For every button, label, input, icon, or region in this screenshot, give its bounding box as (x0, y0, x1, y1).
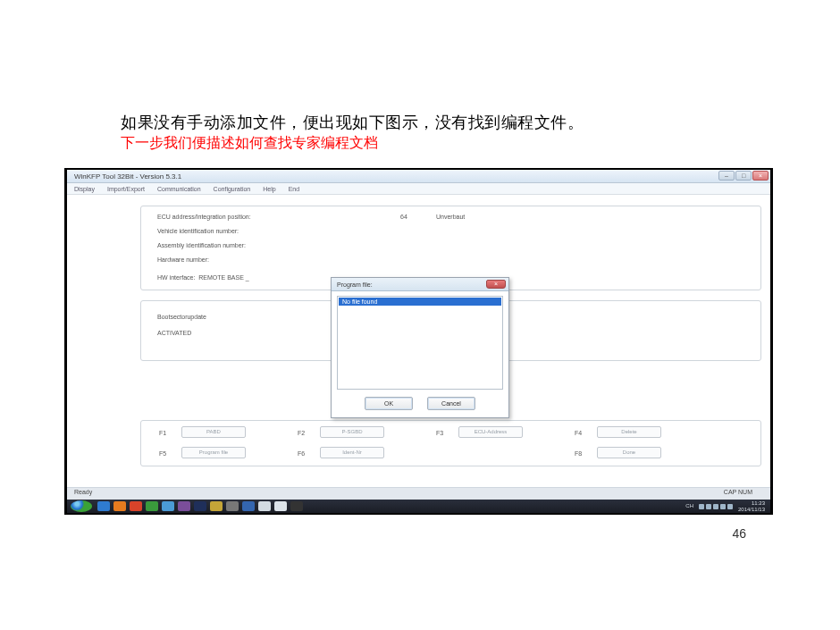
ecu-address-value-a: 64 (400, 214, 407, 220)
f8-button[interactable]: Done (597, 447, 661, 458)
caption-primary: 如果没有手动添加文件，便出现如下图示，没有找到编程文件。 (121, 112, 584, 133)
hw-interface-value: REMOTE BASE _ (198, 274, 248, 281)
program-file-dialog: Program file: × No file found OK Cancel (331, 277, 509, 418)
menu-import-export[interactable]: Import/Export (107, 186, 145, 192)
system-tray[interactable]: CH 11:23 2014/11/13 (685, 500, 770, 513)
menu-bar: Display Import/Export Communication Conf… (67, 183, 770, 195)
tray-indicator-icons (699, 504, 733, 509)
task-bar[interactable]: CH 11:23 2014/11/13 (67, 500, 770, 513)
status-caps-num: CAP NUM (724, 489, 752, 495)
taskbar-app-icon-10[interactable] (274, 501, 287, 511)
window-controls: – □ × (718, 171, 769, 181)
f4-button[interactable]: Delete (597, 426, 661, 438)
taskbar-app-icon-4[interactable] (178, 501, 190, 511)
tray-icon[interactable] (727, 504, 733, 509)
menu-configuration[interactable]: Configuration (214, 186, 251, 192)
taskbar-app-icon-3[interactable] (162, 501, 174, 511)
f5-label: F5 (159, 450, 166, 457)
tray-date: 2014/11/13 (738, 507, 765, 513)
bootsector-label: Bootsectorupdate (157, 314, 206, 320)
cancel-button[interactable]: Cancel (427, 397, 475, 410)
desktop-area: WinKFP Tool 32Bit - Version 5.3.1 – □ × … (67, 170, 770, 500)
f1-label: F1 (159, 430, 166, 436)
taskbar-app-icon-11[interactable] (290, 501, 303, 511)
f3-button[interactable]: ECU-Address (458, 426, 523, 438)
taskbar-app-icon-5[interactable] (194, 501, 206, 511)
ecu-address-label: ECU address/Integration position: (157, 214, 251, 220)
menu-communication[interactable]: Communication (157, 186, 201, 192)
menu-help[interactable]: Help (263, 186, 275, 192)
taskbar-app-icon-6[interactable] (210, 501, 223, 511)
tray-icon[interactable] (713, 504, 718, 509)
dialog-title-bar[interactable]: Program file: × (332, 278, 508, 291)
f2-label: F2 (298, 430, 305, 436)
dialog-body: No file found OK Cancel (332, 291, 508, 417)
close-button[interactable]: × (752, 171, 769, 181)
taskbar-explorer-icon[interactable] (113, 501, 126, 511)
dialog-buttons: OK Cancel (337, 397, 503, 410)
f6-button[interactable]: Ident-Nr (320, 447, 384, 458)
f1-button[interactable]: PABD (181, 426, 246, 438)
page-number: 46 (732, 526, 746, 541)
taskbar-app-icon-2[interactable] (146, 501, 158, 511)
tray-language[interactable]: CH (685, 503, 693, 509)
f2-button[interactable]: P-SGBD (320, 426, 384, 438)
hardware-number-label: Hardware number: (157, 256, 209, 263)
f3-label: F3 (436, 430, 443, 436)
tray-icon[interactable] (699, 504, 704, 509)
taskbar-ie-icon[interactable] (97, 501, 110, 511)
tray-time: 11:23 (738, 500, 765, 507)
dialog-close-button[interactable]: × (486, 280, 506, 289)
f6-label: F6 (298, 450, 305, 457)
f4-label: F4 (575, 430, 582, 436)
app-window: WinKFP Tool 32Bit - Version 5.3.1 – □ × … (67, 170, 770, 500)
start-button[interactable] (71, 500, 92, 512)
tray-icon[interactable] (706, 504, 711, 509)
menu-end[interactable]: End (289, 186, 299, 192)
f5-button[interactable]: Program file (181, 447, 246, 458)
minimize-button[interactable]: – (718, 171, 735, 181)
assembly-id-label: Assembly identification number: (157, 242, 246, 248)
file-list-selected[interactable]: No file found (339, 298, 501, 306)
vin-label: Vehicle identification number: (157, 228, 239, 234)
maximize-button[interactable]: □ (735, 171, 752, 181)
file-listbox[interactable]: No file found (337, 296, 503, 390)
fkey-panel: F1 PABD F2 P-SGBD F3 ECU-Address F4 Dele… (140, 420, 761, 466)
caption-secondary: 下一步我们便描述如何查找专家编程文档 (121, 134, 378, 153)
title-bar[interactable]: WinKFP Tool 32Bit - Version 5.3.1 – □ × (67, 170, 770, 183)
ok-button[interactable]: OK (365, 397, 413, 410)
bootsector-status: ACTIVATED (157, 330, 191, 336)
taskbar-app-icon-8[interactable] (242, 501, 255, 511)
tray-icon[interactable] (720, 504, 726, 509)
status-bar: Ready CAP NUM (67, 487, 770, 500)
status-text: Ready (74, 489, 92, 495)
f8-label: F8 (575, 450, 582, 457)
taskbar-app-icon-7[interactable] (226, 501, 239, 511)
document-page: 如果没有手动添加文件，便出现如下图示，没有找到编程文件。 下一步我们便描述如何查… (0, 0, 840, 630)
taskbar-app-icon-9[interactable] (258, 501, 271, 511)
screenshot-frame: WinKFP Tool 32Bit - Version 5.3.1 – □ × … (64, 168, 773, 515)
dialog-title: Program file: (337, 281, 373, 288)
tray-clock[interactable]: 11:23 2014/11/13 (738, 500, 765, 513)
ecu-address-value-b: Unverbaut (436, 214, 465, 220)
window-title: WinKFP Tool 32Bit - Version 5.3.1 (74, 172, 181, 181)
menu-display[interactable]: Display (74, 186, 95, 192)
taskbar-icons (97, 501, 303, 511)
hw-interface-label: HW interface: REMOTE BASE _ (157, 274, 249, 281)
taskbar-app-icon-1[interactable] (130, 501, 142, 511)
